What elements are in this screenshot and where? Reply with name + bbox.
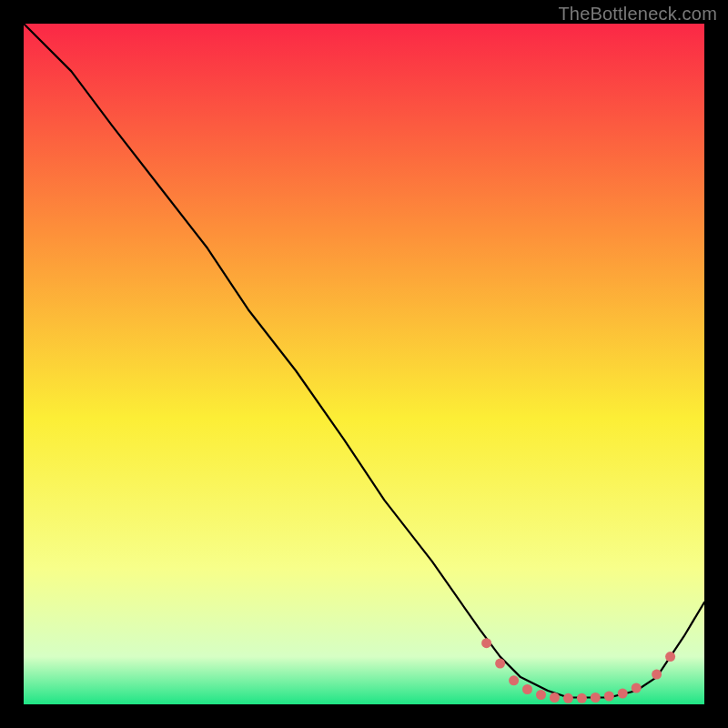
chart-stage: TheBottleneck.com: [0, 0, 728, 728]
highlight-dot: [481, 638, 491, 648]
highlight-dot: [495, 659, 505, 669]
highlight-dot: [509, 675, 519, 685]
highlight-dot: [563, 693, 573, 703]
highlight-dot: [652, 670, 662, 680]
highlight-dot: [591, 693, 601, 703]
highlight-dot: [522, 684, 532, 694]
plot-background: [24, 24, 704, 704]
highlight-dot: [577, 693, 587, 703]
chart-svg: [24, 24, 704, 704]
highlight-dot: [632, 683, 642, 693]
highlight-dot: [550, 693, 560, 703]
highlight-dot: [618, 689, 628, 699]
watermark-text: TheBottleneck.com: [558, 4, 717, 25]
highlight-dot: [604, 692, 614, 702]
highlight-dot: [536, 690, 546, 700]
highlight-dot: [665, 652, 675, 662]
